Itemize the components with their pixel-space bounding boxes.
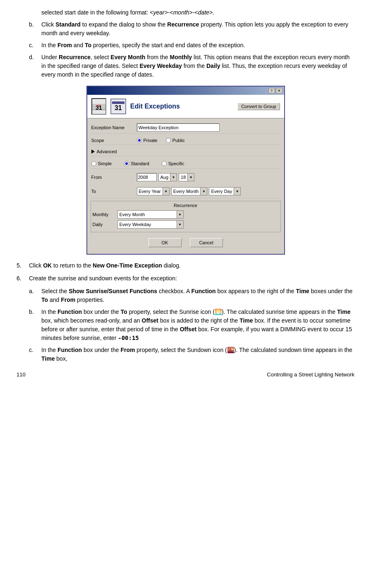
page-title: Controlling a Street Lighting Network bbox=[267, 371, 354, 378]
exception-name-label: Exception Name bbox=[91, 125, 137, 130]
mode-options-row: Simple Standard Specific bbox=[91, 159, 281, 169]
convert-to-group-button[interactable]: Convert to Group bbox=[237, 103, 280, 110]
dialog-buttons: OK Cancel bbox=[91, 235, 281, 251]
from-row: From Aug ▼ 18 ▼ bbox=[91, 171, 281, 183]
scope-row: Scope Private Public bbox=[91, 136, 281, 145]
from-day-arrow: ▼ bbox=[187, 174, 194, 181]
step-5-content: Click OK to return to the New One-Time E… bbox=[29, 261, 181, 270]
calendar-icon: 📅 31 bbox=[91, 98, 106, 115]
dialog-header-title: Edit Exceptions bbox=[130, 103, 180, 110]
step-d-letter: d. bbox=[29, 53, 41, 79]
specific-option[interactable]: Specific bbox=[162, 161, 184, 166]
step-6-content: Create the sunrise and sundown events fo… bbox=[29, 274, 177, 283]
step-c: c. In the From and To properties, specif… bbox=[29, 41, 354, 50]
step-b-letter: b. bbox=[29, 20, 41, 38]
step-c-letter: c. bbox=[29, 41, 41, 50]
to-month-arrow: ▼ bbox=[200, 188, 207, 195]
page-footer: 110 Controlling a Street Lighting Networ… bbox=[17, 371, 354, 378]
intro-text: selected start date in the following for… bbox=[41, 8, 354, 17]
monthly-value: Every Month bbox=[118, 212, 177, 217]
step-d: d. Under Recurrence, select Every Month … bbox=[29, 53, 354, 79]
from-month-dropdown[interactable]: Aug ▼ bbox=[158, 173, 177, 181]
to-day-value: Every Day bbox=[209, 189, 234, 194]
ok-button[interactable]: OK bbox=[148, 238, 182, 247]
scope-private-option[interactable]: Private bbox=[137, 138, 158, 143]
from-day-value: 18 bbox=[179, 175, 187, 180]
monthly-arrow: ▼ bbox=[177, 211, 183, 218]
scope-label: Scope bbox=[91, 138, 137, 143]
title-buttons: ? ✕ bbox=[268, 88, 282, 94]
step-b-content: Click Standard to expand the dialog to s… bbox=[41, 20, 354, 38]
to-year-dropdown[interactable]: Every Year ▼ bbox=[137, 187, 170, 195]
advanced-label: Advanced bbox=[97, 149, 117, 154]
scope-public-label: Public bbox=[172, 138, 185, 143]
from-date-fields: Aug ▼ 18 ▼ bbox=[137, 173, 195, 181]
step-6b-letter: b. bbox=[29, 308, 41, 342]
step-6c: c. In the Function box under the From pr… bbox=[29, 346, 354, 363]
step-d-content: Under Recurrence, select Every Month fro… bbox=[41, 53, 354, 79]
specific-label: Specific bbox=[168, 161, 184, 166]
to-month-dropdown[interactable]: Every Month ▼ bbox=[171, 187, 208, 195]
simple-option[interactable]: Simple bbox=[91, 161, 112, 166]
step-5: 5. Click OK to return to the New One-Tim… bbox=[17, 261, 354, 270]
from-day-dropdown[interactable]: 18 ▼ bbox=[179, 173, 194, 181]
dialog-titlebar: ? ✕ bbox=[87, 87, 284, 95]
step-6c-content: In the Function box under the From prope… bbox=[41, 346, 354, 363]
daily-dropdown[interactable]: Every Weekday ▼ bbox=[117, 220, 184, 229]
specific-radio[interactable] bbox=[162, 161, 167, 166]
calendar-day: 31 bbox=[96, 104, 102, 111]
edit-exceptions-dialog[interactable]: ? ✕ 📅 31 31 Edit Exceptions Convert to G… bbox=[86, 86, 285, 255]
offset-code: -00:15 bbox=[118, 335, 139, 341]
step-5-num: 5. bbox=[17, 261, 29, 270]
from-label: From bbox=[91, 175, 137, 180]
dialog-body: Exception Name Scope Private bbox=[87, 118, 284, 254]
daily-label: Daily bbox=[93, 222, 117, 227]
standard-label: Standard bbox=[131, 161, 149, 166]
help-button[interactable]: ? bbox=[268, 88, 275, 94]
recurrence-section: Recurrence Monthly Every Month ▼ Daily bbox=[91, 201, 281, 232]
daily-row: Daily Every Weekday ▼ bbox=[93, 220, 279, 229]
recurrence-title: Recurrence bbox=[93, 203, 279, 208]
main-steps: 5. Click OK to return to the New One-Tim… bbox=[17, 261, 354, 283]
to-date-fields: Every Year ▼ Every Month ▼ Every Day ▼ bbox=[137, 187, 241, 195]
step-6-num: 6. bbox=[17, 274, 29, 283]
sunrise-icon: 🌅 bbox=[215, 308, 222, 315]
scope-private-radio[interactable] bbox=[137, 138, 142, 143]
step-b: b. Click Standard to expand the dialog t… bbox=[29, 20, 354, 38]
sub-steps-6: a. Select the Show Sunrise/Sunset Functi… bbox=[29, 287, 354, 363]
cancel-button[interactable]: Cancel bbox=[190, 238, 223, 247]
step-6b-content: In the Function box under the To propert… bbox=[41, 308, 354, 342]
advanced-row[interactable]: Advanced bbox=[91, 147, 281, 156]
step-6a-content: Select the Show Sunrise/Sunset Functions… bbox=[41, 287, 354, 304]
to-month-value: Every Month bbox=[172, 189, 201, 194]
from-month-value: Aug bbox=[159, 175, 170, 180]
step-c-content: In the From and To properties, specify t… bbox=[41, 41, 354, 50]
to-row: To Every Year ▼ Every Month ▼ Every Day bbox=[91, 186, 281, 198]
step-6: 6. Create the sunrise and sundown events… bbox=[17, 274, 354, 283]
monthly-row: Monthly Every Month ▼ bbox=[93, 210, 279, 219]
from-year-input[interactable] bbox=[137, 173, 157, 181]
daily-arrow: ▼ bbox=[177, 221, 183, 228]
standard-option[interactable]: Standard bbox=[124, 161, 149, 166]
scope-public-option[interactable]: Public bbox=[166, 138, 185, 143]
to-day-arrow: ▼ bbox=[234, 188, 240, 195]
monthly-dropdown[interactable]: Every Month ▼ bbox=[117, 210, 184, 219]
monthly-label: Monthly bbox=[93, 212, 117, 217]
dialog-header: 📅 31 31 Edit Exceptions Convert to Group bbox=[87, 95, 284, 118]
exception-name-row: Exception Name bbox=[91, 122, 281, 134]
to-day-dropdown[interactable]: Every Day ▼ bbox=[209, 187, 241, 195]
step-6a: a. Select the Show Sunrise/Sunset Functi… bbox=[29, 287, 354, 304]
sub-steps-bcd: b. Click Standard to expand the dialog t… bbox=[29, 20, 354, 79]
simple-radio[interactable] bbox=[91, 161, 96, 166]
sundown-icon: 🌇 bbox=[227, 347, 234, 353]
dialog-wrapper: ? ✕ 📅 31 31 Edit Exceptions Convert to G… bbox=[17, 86, 354, 255]
scope-public-radio[interactable] bbox=[166, 138, 171, 143]
page-number: 110 bbox=[17, 371, 26, 378]
to-year-arrow: ▼ bbox=[163, 188, 169, 195]
to-label: To bbox=[91, 189, 137, 194]
close-button[interactable]: ✕ bbox=[276, 88, 282, 94]
from-month-arrow: ▼ bbox=[170, 174, 177, 181]
exception-name-input[interactable] bbox=[137, 123, 220, 132]
page-content: selected start date in the following for… bbox=[17, 8, 354, 378]
standard-radio[interactable] bbox=[124, 161, 129, 166]
